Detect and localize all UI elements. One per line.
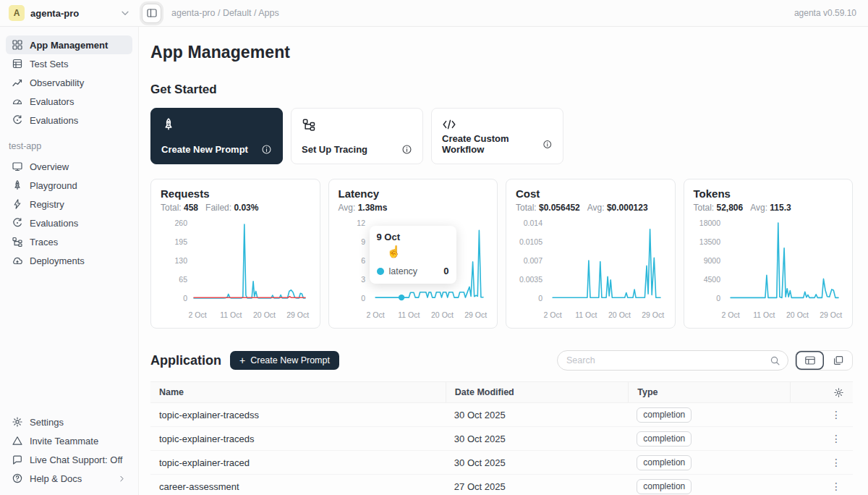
chevron-right-icon <box>117 474 127 483</box>
app-name-cell: topic-explainer-traceds <box>150 433 446 444</box>
sidebar-app-item-playground[interactable]: Playground <box>6 176 132 195</box>
row-menu-button[interactable]: ⋮ <box>828 433 844 444</box>
stat-label: Avg: <box>587 203 607 213</box>
mini-line-chart: 00.00350.0070.01050.0142 Oct11 Oct20 Oct… <box>516 217 665 323</box>
column-header-date-modified: Date Modified <box>446 382 628 402</box>
apps-table: NameDate ModifiedType topic-explainer-tr… <box>150 381 853 495</box>
stat-value: 458 <box>184 203 198 213</box>
sidebar-app-nav: OverviewPlaygroundRegistryEvaluationsTra… <box>6 157 132 270</box>
sidebar-item-evaluators[interactable]: Evaluators <box>6 92 132 111</box>
svg-text:2 Oct: 2 Oct <box>189 310 207 319</box>
svg-text:20 Oct: 20 Oct <box>431 310 454 319</box>
gear-icon <box>12 416 23 428</box>
sidebar-toggle-button[interactable] <box>142 4 161 23</box>
sidebar-item-evaluations[interactable]: Evaluations <box>6 111 132 130</box>
rocket-icon <box>161 117 176 132</box>
table-row[interactable]: career-assessment27 Oct 2025completion⋮ <box>150 475 853 495</box>
help-circle-icon <box>12 473 23 484</box>
search-input[interactable] <box>566 355 770 365</box>
chart-stats: Total: 458Failed: 0.03% <box>161 203 310 213</box>
table-view-button[interactable] <box>796 351 824 370</box>
get-started-card-create-new-prompt[interactable]: Create New Prompt <box>150 108 283 164</box>
svg-text:0: 0 <box>361 294 365 302</box>
sidebar-item-observability[interactable]: Observability <box>6 73 132 92</box>
search-box <box>557 350 788 371</box>
sidebar-item-label: Playground <box>30 180 77 191</box>
chart-stats: Avg: 1.38ms <box>339 203 488 213</box>
svg-text:12: 12 <box>357 219 365 227</box>
svg-text:20 Oct: 20 Oct <box>786 310 809 319</box>
tooltip-value: 0 <box>443 266 448 276</box>
sidebar-item-label: Evaluators <box>30 96 74 107</box>
stat-label: Avg: <box>750 203 770 213</box>
svg-text:0.014: 0.014 <box>524 219 542 227</box>
get-started-card-create-custom-workflow[interactable]: Create Custom Workflow <box>431 108 563 164</box>
info-icon <box>401 144 412 155</box>
invite-triangle-icon <box>12 435 23 447</box>
sidebar-item-test-sets[interactable]: Test Sets <box>6 54 132 73</box>
type-badge: completion <box>637 455 692 470</box>
get-started-card-set-up-tracing[interactable]: Set Up Tracing <box>291 108 423 164</box>
svg-text:0: 0 <box>183 294 187 302</box>
topbar: A agenta-pro agenta-pro / Default / Apps… <box>0 0 868 27</box>
tooltip-series-label: latency <box>389 266 418 276</box>
sidebar-item-label: Live Chat Support: Off <box>30 454 122 465</box>
sidebar-footer-item-invite-teammate[interactable]: Invite Teammate <box>6 431 132 450</box>
breadcrumb: agenta-pro / Default / Apps <box>171 8 279 18</box>
chevron-down-icon <box>120 8 130 18</box>
sidebar-app-item-traces[interactable]: Traces <box>6 232 132 251</box>
row-menu-button[interactable]: ⋮ <box>828 457 844 468</box>
chart-plot: 00.00350.0070.01050.0142 Oct11 Oct20 Oct… <box>516 217 665 323</box>
apps-table-header: NameDate ModifiedType <box>150 382 853 403</box>
column-header-type: Type <box>628 382 789 402</box>
stat-value: $0.056452 <box>539 203 580 213</box>
svg-text:2 Oct: 2 Oct <box>721 310 739 319</box>
sidebar-item-label: Evaluations <box>30 218 78 229</box>
sidebar-footer-item-settings[interactable]: Settings <box>6 412 132 431</box>
svg-text:13500: 13500 <box>699 237 720 246</box>
table-row[interactable]: topic-explainer-traced30 Oct 2025complet… <box>150 451 853 475</box>
row-menu-button[interactable]: ⋮ <box>828 410 844 420</box>
type-cell: completion <box>628 407 789 423</box>
table-row[interactable]: topic-explainer-tracedss30 Oct 2025compl… <box>150 403 853 427</box>
table-row[interactable]: topic-explainer-traceds30 Oct 2025comple… <box>150 427 853 451</box>
svg-text:2 Oct: 2 Oct <box>366 310 384 319</box>
sidebar-item-app-management[interactable]: App Management <box>6 35 132 54</box>
sidebar-item-label: Invite Teammate <box>30 436 98 447</box>
workspace-switcher[interactable]: A agenta-pro <box>0 5 139 21</box>
svg-text:9: 9 <box>361 237 365 246</box>
type-cell: completion <box>628 479 789 494</box>
sidebar-footer-item-live-chat-support-off[interactable]: Live Chat Support: Off <box>6 450 132 469</box>
mouse-cursor-icon: ☝ <box>387 245 401 258</box>
card-label-row: Create Custom Workflow <box>442 133 553 155</box>
page-title: App Management <box>150 43 853 62</box>
tooltip-series-row: latency0 <box>377 266 449 276</box>
svg-text:0.0105: 0.0105 <box>519 237 542 246</box>
svg-text:11 Oct: 11 Oct <box>753 310 775 319</box>
application-heading: Application <box>150 353 221 368</box>
version-label: agenta v0.59.10 <box>794 8 868 18</box>
search-icon[interactable] <box>770 355 780 366</box>
svg-text:11 Oct: 11 Oct <box>575 310 597 319</box>
column-header-name: Name <box>150 382 446 402</box>
card-label-row: Create New Prompt <box>161 144 272 155</box>
sidebar-app-item-deployments[interactable]: Deployments <box>6 251 132 270</box>
create-new-prompt-button[interactable]: + Create New Prompt <box>230 351 339 370</box>
sidebar-app-item-overview[interactable]: Overview <box>6 157 132 176</box>
sidebar-app-item-evaluations[interactable]: Evaluations <box>6 213 132 232</box>
cloud-upload-icon <box>12 255 23 266</box>
rocket-icon <box>12 179 23 191</box>
actions-cell: ⋮ <box>790 410 853 420</box>
get-started-cards: Create New PromptSet Up TracingCreate Cu… <box>150 108 853 164</box>
date-modified-cell: 27 Oct 2025 <box>446 481 628 492</box>
card-view-button[interactable] <box>824 351 852 370</box>
row-menu-button[interactable]: ⋮ <box>828 481 844 491</box>
sidebar-app-item-registry[interactable]: Registry <box>6 195 132 213</box>
app-name-cell: career-assessment <box>150 481 446 492</box>
mini-line-chart: 0651301952602 Oct11 Oct20 Oct29 Oct <box>161 217 310 323</box>
panel-left-icon <box>146 7 158 19</box>
column-settings-gear-icon[interactable] <box>833 387 844 398</box>
sidebar-footer-item-help-docs[interactable]: Help & Docs <box>6 469 132 488</box>
sidebar-item-label: Test Sets <box>30 59 68 69</box>
app-name-cell: topic-explainer-tracedss <box>150 410 446 420</box>
